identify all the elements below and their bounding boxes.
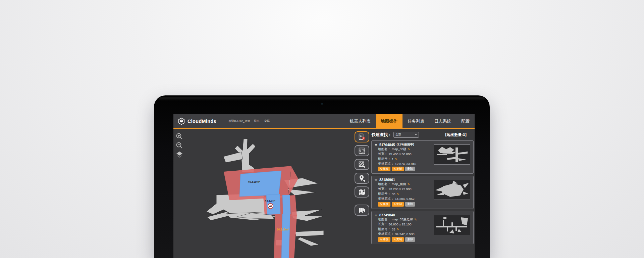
menu-item-task-list[interactable]: 任务列表 (402, 114, 429, 128)
edit-pencil-icon[interactable]: ✎ (408, 147, 411, 151)
zoom-out-button[interactable] (175, 141, 183, 149)
filter-dropdown[interactable]: 全部 (393, 132, 419, 138)
card-buttons: ✎修改 ✎复制 删除 (378, 237, 415, 242)
map-thumbnail (434, 180, 470, 200)
webcam-dot (321, 103, 323, 105)
map-toolbar (353, 129, 371, 258)
menu-item-config[interactable]: 配置 (456, 114, 475, 128)
tool-map-select[interactable] (355, 145, 369, 156)
laptop-mockup: CloudMinds 欢迎BJDT2_Test 退出 全屏 机器人列表 地图操作… (154, 95, 490, 258)
map-card[interactable]: ☆ 87749840 地图名：map_33层走廊 ✎ 长宽：56.600 x 2… (371, 211, 474, 244)
map-id: 87749840 (379, 213, 395, 217)
menu-item-robot-list[interactable]: 机器人列表 (345, 114, 376, 128)
map-list-panel: 快速查找： 全部 【地图数量:3】 ★ 51764845 (12号使用中) (371, 129, 475, 258)
brand: CloudMinds (173, 114, 216, 128)
map-controls (175, 132, 183, 159)
copy-button[interactable]: ✎复制 (392, 202, 404, 207)
main-menu: 机器人列表 地图操作 任务列表 日志系统 配置 (345, 114, 475, 128)
copy-button[interactable]: ✎复制 (392, 167, 404, 171)
logout-link[interactable]: 退出 (254, 119, 260, 123)
delete-button[interactable]: 删除 (405, 167, 415, 171)
edit-pencil-icon[interactable]: ✎ (395, 157, 397, 161)
modify-button[interactable]: ✎修改 (378, 237, 390, 242)
panel-header: 快速查找： 全部 【地图数量:3】 (371, 131, 474, 138)
favorite-star-icon[interactable]: ☆ (374, 178, 378, 182)
copy-button[interactable]: ✎复制 (392, 237, 404, 242)
map-thumbnail (434, 144, 470, 165)
tool-add-point[interactable] (355, 173, 369, 184)
tool-add-area[interactable] (355, 159, 369, 170)
menu-item-log-system[interactable]: 日志系统 (429, 114, 456, 128)
map-in-use-tag: (12号使用中) (397, 142, 414, 147)
tool-task-checklist-pin[interactable] (355, 131, 369, 142)
map-card[interactable]: ★ 51764845 (12号使用中) 地图名：map_33楼 ✎ 长宽：25.… (371, 140, 474, 174)
area-size-label: 8.614m² (265, 200, 275, 203)
menu-item-map-operations[interactable]: 地图操作 (376, 114, 402, 129)
favorite-star-icon[interactable]: ★ (374, 143, 378, 146)
quick-find-label: 快速查找： (372, 132, 392, 138)
navbar: CloudMinds 欢迎BJDT2_Test 退出 全屏 机器人列表 地图操作… (173, 114, 475, 129)
app-screen: CloudMinds 欢迎BJDT2_Test 退出 全屏 机器人列表 地图操作… (173, 114, 475, 258)
map-id: 82186961 (379, 178, 395, 182)
card-buttons: ✎修改 ✎复制 删除 (378, 167, 415, 171)
area-size-label: 80.215m² (277, 228, 289, 231)
map-thumbnail (434, 215, 470, 235)
area-size-label: 40.519m² (248, 180, 260, 183)
chevron-down-icon (415, 134, 417, 135)
modify-button[interactable]: ✎修改 (378, 202, 390, 207)
zoom-in-button[interactable] (175, 132, 183, 140)
cloudminds-logo-icon (178, 118, 185, 125)
card-buttons: ✎修改 ✎复制 删除 (378, 202, 415, 207)
occupancy-map (173, 129, 353, 258)
fullscreen-link[interactable]: 全屏 (264, 119, 270, 123)
map-card[interactable]: ☆ 82186961 地图名：map_腿腿 ✎ 长宽：23.200 x 22.9… (371, 176, 474, 209)
favorite-star-icon[interactable]: ☆ (374, 213, 378, 217)
filter-dropdown-value: 全部 (395, 133, 401, 137)
map-count-label: 【地图数量:3】 (443, 132, 469, 137)
welcome-text: 欢迎BJDT2_Test (228, 119, 250, 123)
map-id: 51764845 (379, 143, 395, 147)
content: 40.519m² 8.614m² 80.215m² (173, 129, 475, 258)
edit-pencil-icon[interactable]: ✎ (397, 227, 399, 231)
edit-pencil-icon[interactable]: ✎ (408, 182, 410, 186)
delete-button[interactable]: 删除 (405, 237, 415, 242)
edit-pencil-icon[interactable]: ✎ (414, 218, 417, 221)
no-entry-sign-icon (268, 203, 273, 210)
tool-map-delete[interactable] (355, 186, 369, 198)
map-canvas[interactable]: 40.519m² 8.614m² 80.215m² (173, 129, 353, 258)
modify-button[interactable]: ✎修改 (378, 167, 390, 171)
delete-button[interactable]: 删除 (405, 202, 415, 207)
edit-pencil-icon[interactable]: ✎ (397, 192, 399, 196)
user-area: 欢迎BJDT2_Test 退出 全屏 (228, 114, 270, 128)
brand-name: CloudMinds (187, 119, 216, 124)
layers-button[interactable] (175, 150, 183, 159)
tool-map-upload[interactable] (355, 205, 369, 216)
